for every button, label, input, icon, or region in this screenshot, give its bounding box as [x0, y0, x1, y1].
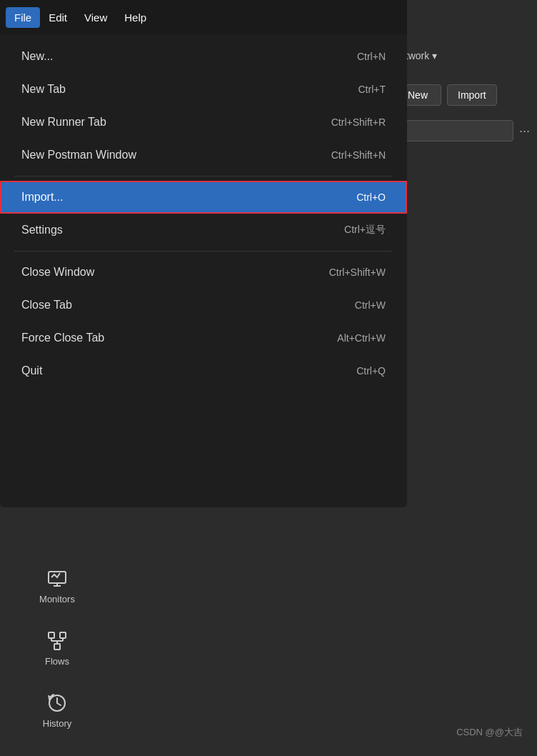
network-bar: etwork ▾ [387, 34, 537, 77]
import-button[interactable]: Import [447, 84, 497, 106]
chevron-down-icon: ▾ [432, 50, 437, 61]
menu-divider-1 [14, 176, 393, 176]
menu-item-new[interactable]: New... Ctrl+N [0, 40, 407, 73]
file-menu-dropdown: File Edit View Help New... Ctrl+N New Ta… [0, 0, 407, 507]
monitors-label: Monitors [39, 594, 75, 605]
menubar-help[interactable]: Help [116, 7, 155, 28]
dropdown-menubar: File Edit View Help [0, 0, 407, 34]
flows-label: Flows [45, 656, 69, 667]
sidebar-item-history[interactable]: History [0, 680, 114, 742]
menubar-view[interactable]: View [76, 7, 116, 28]
menu-item-quit[interactable]: Quit Ctrl+Q [0, 354, 407, 387]
menubar-file[interactable]: File [6, 7, 40, 28]
menubar-edit[interactable]: Edit [40, 7, 76, 28]
menu-item-close-tab[interactable]: Close Tab Ctrl+W [0, 289, 407, 322]
menu-divider-2 [14, 251, 393, 252]
svg-rect-2 [60, 632, 66, 638]
menu-item-new-postman-window[interactable]: New Postman Window Ctrl+Shift+N [0, 139, 407, 171]
menu-item-new-runner-tab[interactable]: New Runner Tab Ctrl+Shift+R [0, 106, 407, 139]
menu-item-import[interactable]: Import... Ctrl+O [0, 181, 407, 214]
menu-item-settings[interactable]: Settings Ctrl+逗号 [0, 214, 407, 247]
search-input[interactable] [394, 120, 513, 141]
more-options-icon[interactable]: ··· [519, 124, 530, 139]
svg-rect-1 [49, 632, 54, 638]
svg-rect-3 [54, 644, 60, 650]
menu-item-force-close-tab[interactable]: Force Close Tab Alt+Ctrl+W [0, 322, 407, 354]
search-area: ··· [387, 113, 537, 149]
menu-items-list: New... Ctrl+N New Tab Ctrl+T New Runner … [0, 34, 407, 393]
flows-icon [46, 630, 68, 652]
sidebar-item-monitors[interactable]: Monitors [0, 555, 114, 617]
action-buttons-row: New Import [387, 77, 537, 113]
menu-item-close-window[interactable]: Close Window Ctrl+Shift+W [0, 256, 407, 289]
menu-item-new-tab[interactable]: New Tab Ctrl+T [0, 73, 407, 106]
monitor-icon [46, 568, 68, 590]
sidebar-item-flows[interactable]: Flows [0, 617, 114, 680]
watermark: CSDN @@大吉 [456, 726, 523, 739]
history-icon [46, 692, 68, 714]
left-sidebar: Monitors Flows History [0, 484, 114, 756]
history-label: History [43, 718, 71, 729]
